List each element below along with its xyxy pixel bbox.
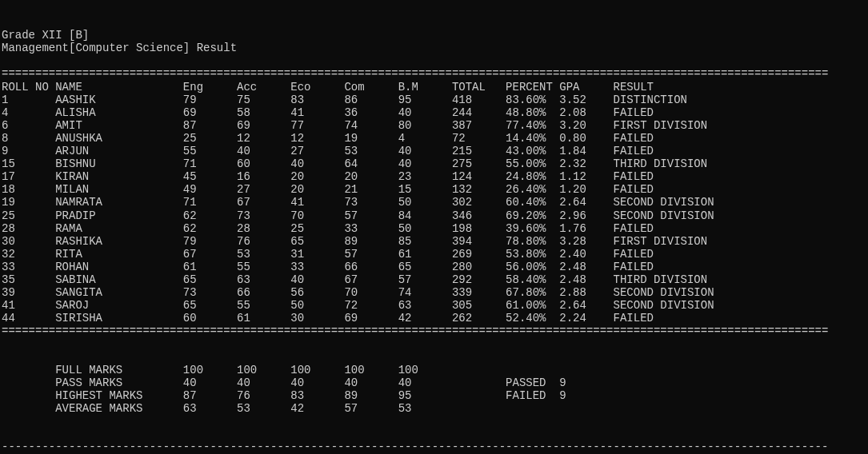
row-10: 25 PRADIP 62 73 70 57 84 346 69.20% 2.96… [2,209,714,222]
divider-top: ========================================… [2,67,828,80]
full-marks-line: FULL MARKS 100 100 100 100 100 [2,364,452,376]
row-9: 19 NAMRATA 71 67 41 73 50 302 60.40% 2.6… [2,196,714,209]
row-3: 6 AMIT 87 69 77 74 80 387 77.40% 3.20 FI… [2,119,707,132]
row-11: 28 RAMA 62 28 25 33 50 198 39.60% 1.76 F… [2,222,654,235]
row-6: 15 BISHNU 71 60 40 64 40 275 55.00% 2.32… [2,157,707,170]
row-7: 17 KIRAN 45 16 20 20 23 124 24.80% 1.12 … [2,170,654,183]
row-14: 33 ROHAN 61 55 33 66 65 280 56.00% 2.48 … [2,261,654,273]
row-8: 18 MILAN 49 27 20 21 15 132 26.40% 1.20 … [2,183,654,196]
pass-marks-line: PASS MARKS 40 40 40 40 40 PASSED 9 [2,376,566,389]
highest-marks-line: HIGHEST MARKS 87 76 83 89 95 FAILED 9 [2,389,566,402]
row-13: 32 RITA 67 53 31 57 61 269 53.80% 2.40 F… [2,248,654,261]
row-1: 1 AASHIK 79 75 83 86 95 418 83.60% 3.52 … [2,94,687,106]
row-12: 30 RASHIKA 79 76 65 89 85 394 78.80% 3.2… [2,235,707,248]
average-marks-line: AVERAGE MARKS 63 53 42 57 53 [2,402,452,415]
dash-divider: ----------------------------------------… [2,440,828,453]
grade-line: Grade XII [B] [2,29,89,42]
terminal-screen: Grade XII [B] Management[Computer Scienc… [0,26,868,454]
stream-line: Management[Computer Science] Result [2,42,237,54]
row-15: 35 SABINA 65 63 40 67 57 292 58.40% 2.48… [2,273,707,286]
row-16: 39 SANGITA 73 66 56 70 74 339 67.80% 2.8… [2,286,714,299]
row-5: 9 ARJUN 55 40 27 53 40 215 43.00% 1.84 F… [2,145,654,157]
row-17: 41 SAROJ 65 55 50 72 63 305 61.00% 2.64 … [2,299,714,312]
row-18: 44 SIRISHA 60 61 30 69 42 262 52.40% 2.2… [2,312,654,325]
table-header: ROLL NO NAME Eng Acc Eco Com B.M TOTAL P… [2,81,654,94]
divider-bottom: ========================================… [2,325,828,337]
row-2: 4 ALISHA 69 58 41 36 40 244 48.80% 2.08 … [2,106,654,119]
row-4: 8 ANUSHKA 25 12 12 19 4 72 14.40% 0.80 F… [2,132,654,145]
